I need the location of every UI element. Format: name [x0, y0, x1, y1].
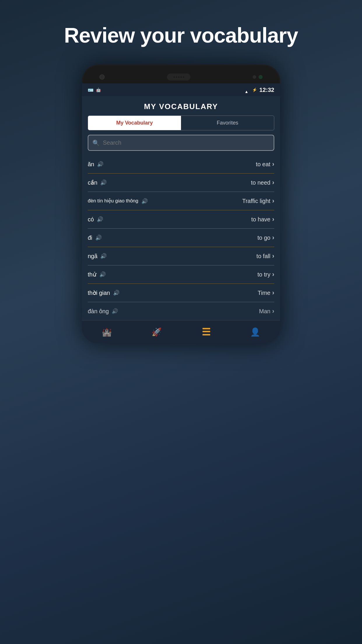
- sensor-dot: [253, 75, 256, 79]
- vocab-item-di[interactable]: đi 🔊 to go ›: [88, 229, 274, 247]
- tab-favorites[interactable]: Favorites: [181, 116, 274, 130]
- vocab-item-den[interactable]: đèn tín hiệu giao thông 🔊 Traffic light …: [88, 192, 274, 210]
- sound-icon-an[interactable]: 🔊: [97, 161, 103, 167]
- sound-icon-danong[interactable]: 🔊: [112, 308, 118, 314]
- vocab-word-di: đi: [88, 235, 92, 241]
- phone-shell: 🪪 🤖 ⚡ 12:32 MY VOCABULARY My Vocabulary …: [82, 65, 280, 343]
- tabs-container: My Vocabulary Favorites: [88, 116, 274, 130]
- vocab-item-danong[interactable]: đàn ông 🔊 Man ›: [88, 302, 274, 320]
- vocab-right-danong: Man ›: [259, 307, 274, 315]
- search-container: 🔍: [88, 135, 274, 151]
- vocab-word-thu: thử: [88, 271, 96, 278]
- vocab-word-an: ăn: [88, 161, 94, 168]
- tab-my-vocabulary[interactable]: My Vocabulary: [88, 116, 181, 130]
- status-bar: 🪪 🤖 ⚡ 12:32: [82, 83, 280, 96]
- vocab-left-thoigian: thời gian 🔊: [88, 289, 258, 296]
- speaker-dot: [176, 76, 177, 78]
- vocab-translation-an: to eat: [256, 161, 270, 168]
- chevron-icon-nga: ›: [272, 252, 274, 260]
- status-time: 12:32: [259, 87, 274, 93]
- vocab-word-co: có: [88, 216, 94, 223]
- sound-icon-thu[interactable]: 🔊: [99, 271, 106, 278]
- sound-icon-nga[interactable]: 🔊: [100, 253, 107, 259]
- vocab-right-can: to need ›: [251, 179, 274, 186]
- nav-item-list[interactable]: ☰: [196, 325, 216, 339]
- vocab-word-can: cần: [88, 179, 97, 186]
- chevron-icon-co: ›: [272, 216, 274, 223]
- signal-icon: [245, 88, 250, 92]
- chevron-icon-den: ›: [272, 197, 274, 205]
- vocab-right-di: to go ›: [257, 234, 274, 242]
- bottom-navigation: 🏰 🚀 ☰ 👤: [82, 320, 280, 343]
- sim-card-icon: 🪪: [88, 87, 94, 93]
- vocab-item-nga[interactable]: ngã 🔊 to fall ›: [88, 247, 274, 265]
- vocab-translation-thu: to try: [257, 271, 270, 278]
- vocab-item-thoigian[interactable]: thời gian 🔊 Time ›: [88, 284, 274, 302]
- nav-item-home[interactable]: 🏰: [96, 326, 118, 338]
- speaker-dot: [178, 76, 180, 78]
- vocab-item-thu[interactable]: thử 🔊 to try ›: [88, 265, 274, 284]
- sensor-dot-green: [259, 75, 263, 79]
- battery-icon: ⚡: [252, 88, 257, 92]
- nav-item-rocket[interactable]: 🚀: [146, 326, 168, 338]
- app-header: MY VOCABULARY: [82, 96, 280, 116]
- nav-item-profile[interactable]: 👤: [244, 326, 266, 338]
- vocab-left-thu: thử 🔊: [88, 271, 257, 278]
- chevron-icon-thu: ›: [272, 271, 274, 278]
- chevron-icon-danong: ›: [272, 307, 274, 315]
- status-left-icons: 🪪 🤖: [88, 87, 101, 93]
- phone-screen: 🪪 🤖 ⚡ 12:32 MY VOCABULARY My Vocabulary …: [82, 83, 280, 343]
- vocab-left-di: đi 🔊: [88, 235, 257, 241]
- vocab-left-co: có 🔊: [88, 216, 251, 223]
- sound-icon-co[interactable]: 🔊: [97, 216, 103, 223]
- vocab-translation-nga: to fall: [256, 253, 270, 260]
- speaker-dot: [180, 76, 182, 78]
- vocabulary-list: ăn 🔊 to eat › cần 🔊 to need ›: [82, 155, 280, 320]
- profile-icon: 👤: [250, 327, 260, 337]
- vocab-item-co[interactable]: có 🔊 to have ›: [88, 210, 274, 229]
- vocab-left-danong: đàn ông 🔊: [88, 308, 259, 315]
- search-input[interactable]: [88, 135, 274, 151]
- vocab-translation-di: to go: [257, 235, 270, 241]
- sound-icon-di[interactable]: 🔊: [95, 235, 102, 241]
- sound-icon-den[interactable]: 🔊: [141, 198, 148, 204]
- chevron-icon-can: ›: [272, 179, 274, 186]
- sound-icon-can[interactable]: 🔊: [100, 179, 107, 186]
- list-icon: ☰: [202, 326, 210, 338]
- speaker-dot: [183, 76, 184, 78]
- earpiece-speaker: [167, 74, 190, 80]
- vocab-right-thu: to try ›: [257, 271, 274, 278]
- vocab-right-an: to eat ›: [256, 160, 274, 168]
- home-castle-icon: 🏰: [102, 327, 112, 337]
- android-icon: 🤖: [96, 88, 101, 92]
- app-title: MY VOCABULARY: [82, 102, 280, 111]
- chevron-icon-thoigian: ›: [272, 289, 274, 297]
- chevron-icon-di: ›: [272, 234, 274, 242]
- vocab-word-danong: đàn ông: [88, 308, 109, 315]
- vocab-left-an: ăn 🔊: [88, 161, 256, 168]
- vocab-item-can[interactable]: cần 🔊 to need ›: [88, 174, 274, 192]
- rocket-icon: 🚀: [152, 327, 162, 337]
- front-camera: [99, 74, 105, 80]
- vocab-translation-thoigian: Time: [258, 290, 270, 296]
- vocab-item-an[interactable]: ăn 🔊 to eat ›: [88, 155, 274, 174]
- sensor-area: [253, 75, 263, 79]
- search-icon: 🔍: [92, 139, 100, 146]
- vocab-left-nga: ngã 🔊: [88, 253, 256, 260]
- vocab-left-den: đèn tín hiệu giao thông 🔊: [88, 197, 242, 204]
- page-headline: Review your vocabulary: [64, 23, 298, 47]
- sound-icon-thoigian[interactable]: 🔊: [113, 290, 120, 296]
- vocab-translation-danong: Man: [259, 308, 270, 315]
- vocab-right-den: Traffic light ›: [242, 197, 274, 205]
- status-right-area: ⚡ 12:32: [245, 87, 274, 93]
- vocab-translation-co: to have: [251, 216, 270, 223]
- vocab-translation-den: Traffic light: [242, 198, 270, 204]
- vocab-word-thoigian: thời gian: [88, 289, 110, 296]
- vocab-translation-can: to need: [251, 179, 270, 186]
- vocab-right-co: to have ›: [251, 216, 274, 223]
- chevron-icon-an: ›: [272, 160, 274, 168]
- speaker-dot: [173, 76, 175, 78]
- vocab-right-thoigian: Time ›: [258, 289, 274, 297]
- vocab-right-nga: to fall ›: [256, 252, 274, 260]
- phone-top-hardware: [82, 74, 280, 80]
